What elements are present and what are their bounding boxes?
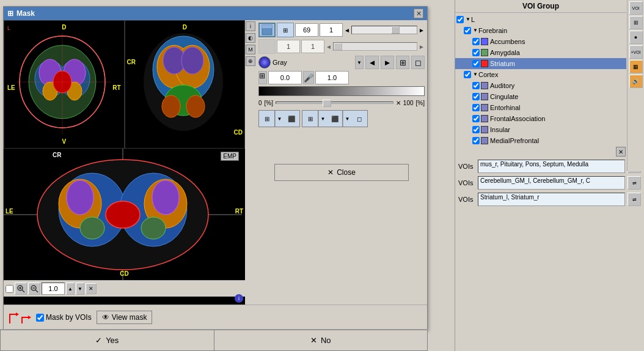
brain-svg-top-right	[125, 21, 241, 143]
vois-text-3: Striatum_l, Striatum_r	[480, 194, 540, 201]
disabled-btn1	[258, 39, 276, 54]
tree-expand-forebrain[interactable]: ▼	[472, 28, 478, 34]
tree-checkbox-L[interactable]	[456, 16, 464, 23]
value4-input[interactable]: 1	[301, 40, 324, 53]
tree-checkbox-auditory[interactable]	[472, 82, 480, 89]
colormap-next[interactable]: ►	[381, 56, 394, 69]
zoom-up-button[interactable]: ▲	[66, 283, 75, 295]
tree-checkbox-frontalassociation[interactable]	[472, 115, 480, 122]
colormap-prev[interactable]: ◄	[365, 56, 379, 69]
zoom-out-button[interactable]	[28, 283, 40, 295]
tree-item-striatum: Striatum	[455, 58, 626, 69]
dialog-body: D LE RT V	[4, 20, 427, 305]
tree-label-L: L	[471, 15, 475, 24]
grid-button[interactable]: ⊞	[277, 23, 294, 37]
zoom-controls: 1.0 ▲ ▼ ✕ i	[4, 280, 245, 297]
pct-max-value: 100	[403, 100, 414, 106]
tree-item-accumbens: Accumbens	[455, 36, 626, 47]
brain-canvas: D LE RT V	[4, 20, 245, 305]
window-slider[interactable]	[351, 26, 417, 34]
zoom-down-button[interactable]: ▼	[76, 283, 84, 295]
slider-right-arrow[interactable]: ►	[419, 27, 425, 34]
value3-input[interactable]: 1	[277, 40, 300, 53]
level-value-input[interactable]: 1	[320, 23, 343, 37]
tb-btn-circle[interactable]: ◻	[351, 111, 367, 127]
zoom-in-button[interactable]	[15, 283, 27, 295]
tree-checkbox-accumbens[interactable]	[472, 38, 480, 45]
tree-expand-L[interactable]: ▼	[465, 17, 471, 23]
window-button[interactable]	[258, 23, 276, 37]
tree-checkbox-amygdala[interactable]	[472, 49, 480, 56]
contrast-button[interactable]: ◐	[246, 33, 255, 43]
window-value-input[interactable]: 69	[295, 23, 318, 37]
zoom-reset-button[interactable]: ✕	[86, 283, 97, 294]
level-slider[interactable]	[333, 42, 417, 51]
zoom-value-input[interactable]: 1.0	[42, 283, 65, 295]
tree-item-amygdala: Amygdala	[455, 47, 626, 58]
voi-btn-6-active[interactable]: 🔊	[629, 75, 643, 88]
label-LE: LE	[7, 84, 15, 91]
voi-btn-5-active[interactable]: ▦	[629, 60, 643, 73]
tree-checkbox-cortex[interactable]	[464, 71, 471, 78]
tree-checkbox-cingulate[interactable]	[472, 93, 480, 100]
yes-no-bar: ✓ Yes ✕ No	[0, 329, 428, 351]
voi-btn-4[interactable]: +VOI	[629, 45, 643, 59]
tb-btn-square2[interactable]: ⬛	[327, 111, 343, 127]
slider2-right-arrow: ►	[419, 43, 425, 50]
tree-checkbox-forebrain[interactable]	[464, 27, 471, 34]
voi-section-close[interactable]: ✕	[616, 147, 626, 157]
emp-label: EMP	[221, 152, 239, 161]
colormap-copy[interactable]: ◻	[411, 56, 425, 69]
voi-btn-3[interactable]: ●	[629, 31, 643, 44]
tree-item-cingulate: Cingulate	[455, 91, 626, 102]
svg-point-18	[181, 47, 203, 74]
tb-btn-grid[interactable]: ⊞	[259, 111, 275, 127]
tree-label-amygdala: Amygdala	[490, 48, 520, 57]
colormap-name: Gray	[273, 59, 353, 66]
image-controls-row2: 1 1 ◄ ►	[258, 39, 425, 54]
mask-by-vois-checkbox[interactable]	[36, 314, 44, 322]
vois-btn-2[interactable]: ⇌	[628, 176, 641, 190]
tree-checkbox-medialprefrontal[interactable]	[472, 137, 480, 144]
dialog-titlebar: ⊞ Mask ✕	[4, 7, 427, 20]
vois-btn-3[interactable]: ⇌	[628, 193, 641, 206]
crosshair-button[interactable]: ⊕	[246, 56, 255, 66]
slider-left-arrow[interactable]: ◄	[344, 27, 350, 34]
voi-btn-2[interactable]: ⊞	[629, 16, 643, 29]
tb-dropdown-1[interactable]: ▼	[275, 111, 284, 127]
tb-btn-grid2[interactable]: ⊞	[302, 111, 318, 127]
minmax-row: ⊞ 0.0 🎤 1.0	[258, 71, 425, 84]
colormap-settings[interactable]: ⊞	[396, 56, 409, 69]
link-icon: ⊞	[258, 71, 267, 84]
tb-btn-square[interactable]: ⬛	[284, 111, 299, 127]
no-button[interactable]: ✕ No	[214, 330, 428, 351]
tree-checkbox-insular[interactable]	[472, 126, 480, 133]
tb-dropdown-2[interactable]: ▼	[318, 111, 327, 127]
voi-btn-1[interactable]: VOI	[629, 1, 643, 15]
info-button[interactable]: i	[246, 21, 255, 31]
tb-dropdown-3[interactable]: ▼	[343, 111, 351, 127]
tree-checkbox-striatum[interactable]	[472, 60, 480, 67]
mask-title-icon: ⊞	[7, 9, 13, 18]
min-value-input[interactable]: 0.0	[268, 71, 302, 84]
svg-point-30	[152, 180, 179, 215]
tree-checkbox-entorhinal[interactable]	[472, 104, 480, 111]
mic-button[interactable]: 🎤	[303, 71, 314, 84]
pct-separator: ✕	[396, 100, 401, 106]
mask-by-vois-text: Mask by VOIs	[46, 313, 92, 322]
svg-rect-43	[262, 25, 272, 28]
toolbar-group-2: ⊞ ▼ ⬛ ▼ ◻	[302, 110, 368, 127]
colormap-dropdown[interactable]: ▼	[355, 56, 364, 69]
zoom-checkbox[interactable]	[5, 285, 13, 293]
vois-text-1: mus_r, Pituitary, Pons, Septum, Medulla	[480, 161, 588, 168]
view-mask-button[interactable]: 👁 View mask	[97, 311, 153, 324]
yes-button[interactable]: ✓ Yes	[0, 330, 214, 351]
mode-button[interactable]: M	[246, 45, 255, 54]
voi-right-toolbar: VOI ⊞ ● +VOI ▦ 🔊	[627, 0, 644, 171]
tree-expand-cortex[interactable]: ▼	[472, 72, 478, 78]
toolbar-group-1: ⊞ ▼ ⬛	[258, 110, 300, 127]
close-button[interactable]: ✕ Close	[274, 164, 409, 181]
max-value-input[interactable]: 1.0	[315, 71, 349, 84]
dialog-close-button[interactable]: ✕	[414, 9, 423, 18]
color-striatum	[481, 60, 488, 67]
